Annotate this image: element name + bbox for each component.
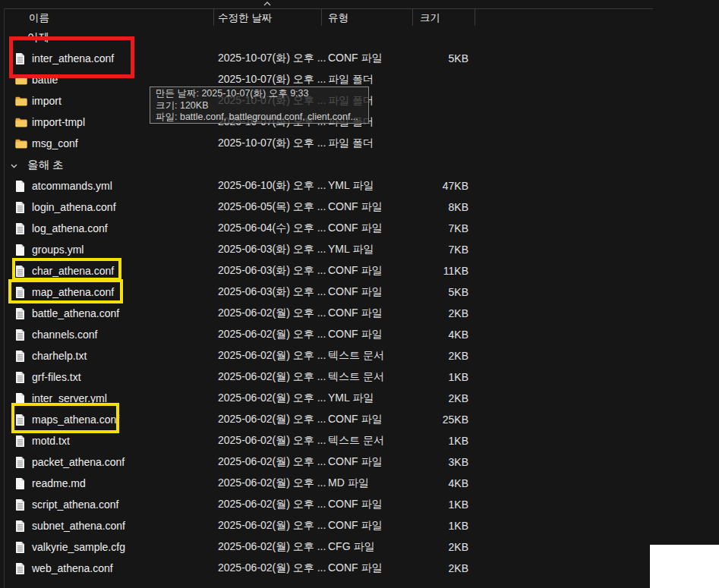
file-row[interactable]: channels.conf 2025-06-02(월) 오후 ... CONF … (0, 324, 653, 345)
file-type: CONF 파일 (328, 285, 383, 299)
file-size: 8KB (380, 201, 468, 213)
file-date-modified: 2025-06-02(월) 오후 ... (218, 519, 326, 533)
file-type-icon (15, 116, 27, 129)
group-label: 올해 초 (27, 158, 64, 172)
file-row[interactable]: valkyrie_sample.cfg 2025-06-02(월) 오후 ...… (0, 536, 653, 558)
file-date-modified: 2025-10-07(화) 오후 ... (218, 52, 326, 65)
file-type: CONF 파일 (328, 328, 383, 341)
file-name: grf-files.txt (32, 371, 81, 383)
file-type-icon (15, 371, 27, 384)
tooltip-size: 크기: 120KB (156, 100, 363, 112)
column-divider[interactable] (321, 8, 322, 26)
column-header-row: 이름 수정한 날짜 유형 크기 (0, 8, 653, 26)
file-name: battle_athena.conf (32, 307, 119, 319)
column-header-name[interactable]: 이름 (29, 11, 49, 25)
file-date-modified: 2025-06-02(월) 오후 ... (218, 328, 326, 341)
file-type: CONF 파일 (328, 519, 383, 533)
file-size: 7KB (380, 244, 468, 256)
file-date-modified: 2025-06-04(수) 오후 ... (218, 222, 326, 235)
file-size: 2KB (380, 307, 468, 319)
file-size: 2KB (380, 350, 468, 362)
file-type: CONF 파일 (328, 307, 383, 320)
file-row[interactable]: charhelp.txt 2025-06-02(월) 오후 ... 텍스트 문서… (0, 345, 653, 366)
file-name: import-tmpl (32, 116, 85, 128)
file-type-icon (15, 180, 27, 193)
file-date-modified: 2025-06-02(월) 오후 ... (218, 476, 326, 490)
file-type-icon (15, 562, 27, 575)
file-type-icon (15, 456, 27, 469)
yellow-annotation-box-1 (12, 258, 121, 281)
file-date-modified: 2025-06-02(월) 오후 ... (218, 561, 326, 575)
file-name: web_athena.conf (32, 562, 113, 574)
file-row[interactable]: battle_athena.conf 2025-06-02(월) 오후 ... … (0, 303, 653, 324)
file-row[interactable]: script_athena.conf 2025-06-02(월) 오후 ... … (0, 494, 653, 515)
file-type: YML 파일 (328, 179, 374, 193)
chevron-down-icon[interactable] (10, 160, 19, 169)
file-explorer-list: 이름 수정한 날짜 유형 크기 어제 (0, 0, 719, 588)
file-date-modified: 2025-06-03(화) 오후 ... (218, 243, 326, 256)
file-type-icon (15, 137, 27, 150)
file-type-icon (15, 222, 27, 235)
column-divider[interactable] (475, 8, 475, 26)
file-date-modified: 2025-06-10(화) 오후 ... (218, 179, 326, 193)
file-type: CONF 파일 (328, 264, 383, 278)
column-header-size[interactable]: 크기 (420, 11, 440, 25)
sort-ascending-icon (263, 1, 272, 7)
file-row[interactable]: login_athena.conf 2025-06-05(목) 오후 ... C… (0, 197, 653, 218)
file-date-modified: 2025-06-02(월) 오후 ... (218, 349, 326, 363)
file-row[interactable]: grf-files.txt 2025-06-02(월) 오후 ... 텍스트 문… (0, 366, 653, 388)
file-type: MD 파일 (328, 476, 369, 490)
file-type: 파일 폴더 (328, 137, 374, 150)
file-row[interactable]: web_athena.conf 2025-06-02(월) 오후 ... CON… (0, 558, 653, 579)
yellow-annotation-box-2 (8, 279, 123, 303)
file-date-modified: 2025-06-02(월) 오후 ... (218, 434, 326, 448)
file-type-icon (15, 201, 27, 214)
file-size: 1KB (380, 435, 468, 447)
file-size: 5KB (380, 52, 468, 64)
file-name: packet_athena.conf (32, 456, 125, 468)
file-size: 4KB (380, 477, 468, 489)
file-type-icon (15, 541, 27, 554)
file-name: import (32, 95, 61, 107)
file-name: charhelp.txt (32, 350, 87, 362)
file-type: 텍스트 문서 (328, 434, 384, 448)
file-type-icon (15, 244, 27, 256)
group-header-row[interactable]: 올해 초 (0, 154, 653, 175)
file-type-icon (15, 520, 27, 533)
file-type-icon (15, 329, 27, 341)
file-row[interactable]: packet_athena.conf 2025-06-02(월) 오후 ... … (0, 451, 653, 473)
file-size: 1KB (380, 520, 468, 532)
red-annotation-box (9, 36, 134, 78)
file-type: YML 파일 (328, 391, 374, 405)
column-header-date[interactable]: 수정한 날짜 (218, 11, 272, 25)
file-type-icon (15, 95, 27, 108)
file-type-icon (15, 435, 27, 448)
file-row[interactable]: motd.txt 2025-06-02(월) 오후 ... 텍스트 문서 1KB (0, 430, 653, 451)
file-name: msg_conf (32, 137, 78, 149)
file-date-modified: 2025-06-02(월) 오후 ... (218, 413, 326, 426)
file-date-modified: 2025-06-05(목) 오후 ... (218, 200, 326, 214)
file-date-modified: 2025-06-02(월) 오후 ... (218, 455, 326, 469)
file-date-modified: 2025-06-03(화) 오후 ... (218, 264, 326, 278)
file-row[interactable]: msg_conf 2025-10-07(화) 오후 ... 파일 폴더 (0, 133, 653, 154)
file-name: atcommands.yml (32, 180, 112, 192)
file-size: 1KB (380, 498, 468, 511)
file-type: 텍스트 문서 (328, 349, 384, 363)
file-size: 2KB (380, 392, 468, 404)
file-type: CONF 파일 (328, 413, 383, 426)
file-date-modified: 2025-06-02(월) 오후 ... (218, 307, 326, 320)
column-divider[interactable] (412, 8, 413, 26)
file-date-modified: 2025-06-02(월) 오후 ... (218, 391, 326, 405)
file-type-icon (15, 307, 27, 320)
file-size: 25KB (380, 413, 468, 426)
column-header-type[interactable]: 유형 (328, 11, 348, 25)
file-row[interactable]: subnet_athena.conf 2025-06-02(월) 오후 ... … (0, 515, 653, 536)
file-row[interactable]: readme.md 2025-06-02(월) 오후 ... MD 파일 4KB (0, 473, 653, 494)
file-row[interactable]: atcommands.yml 2025-06-10(화) 오후 ... YML … (0, 175, 653, 197)
file-row[interactable]: groups.yml 2025-06-03(화) 오후 ... YML 파일 7… (0, 239, 653, 260)
file-size: 11KB (380, 265, 468, 277)
file-row[interactable]: log_athena.conf 2025-06-04(수) 오후 ... CON… (0, 218, 653, 239)
file-type: YML 파일 (328, 243, 374, 256)
column-divider[interactable] (213, 8, 214, 26)
file-size: 4KB (380, 329, 468, 341)
